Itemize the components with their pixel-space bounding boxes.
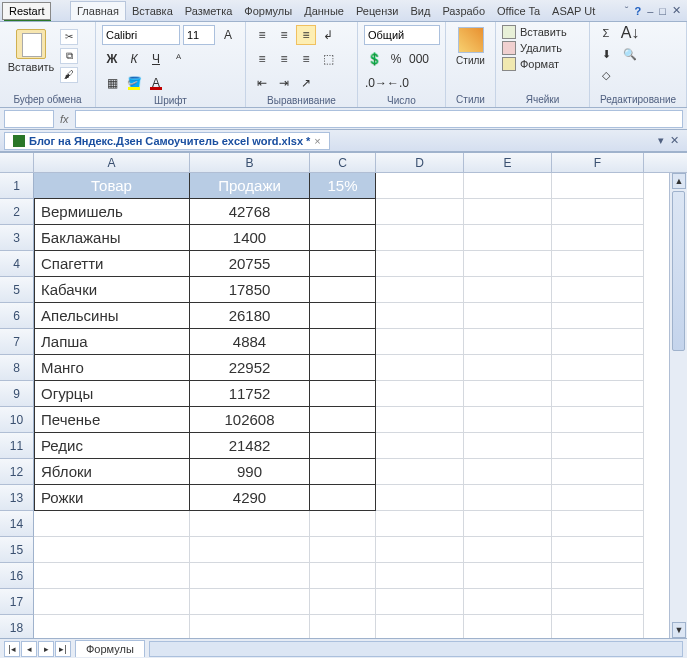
- font-color-button[interactable]: A: [146, 73, 166, 93]
- row-header[interactable]: 2: [0, 199, 34, 225]
- row-header[interactable]: 8: [0, 355, 34, 381]
- scroll-thumb[interactable]: [672, 191, 685, 351]
- fill-icon[interactable]: ⬇: [596, 46, 616, 64]
- cell[interactable]: [464, 173, 552, 199]
- scroll-up-arrow[interactable]: ▲: [672, 173, 686, 189]
- cell[interactable]: [310, 277, 376, 303]
- row-header[interactable]: 14: [0, 511, 34, 537]
- cell[interactable]: Огурцы: [34, 381, 190, 407]
- cell[interactable]: [464, 199, 552, 225]
- cell[interactable]: [376, 589, 464, 615]
- vertical-scrollbar[interactable]: ▲ ▼: [669, 173, 687, 638]
- cell[interactable]: [34, 563, 190, 589]
- cell[interactable]: 26180: [190, 303, 310, 329]
- column-header-b[interactable]: B: [190, 153, 310, 172]
- cell[interactable]: [190, 589, 310, 615]
- cell[interactable]: 22952: [190, 355, 310, 381]
- tab-insert[interactable]: Вставка: [126, 2, 179, 20]
- cell[interactable]: [552, 615, 644, 638]
- spreadsheet-grid[interactable]: ABCDEF 1ТоварПродажи15%2Вермишель427683Б…: [0, 152, 687, 638]
- cell[interactable]: Баклажаны: [34, 225, 190, 251]
- cell[interactable]: [552, 511, 644, 537]
- scroll-down-arrow[interactable]: ▼: [672, 622, 686, 638]
- document-tab[interactable]: Блог на Яндекс.Дзен Самоучитель excel wo…: [4, 132, 330, 150]
- window-close-icon[interactable]: ✕: [672, 4, 681, 17]
- column-header-c[interactable]: C: [310, 153, 376, 172]
- cell[interactable]: [376, 251, 464, 277]
- tab-home[interactable]: Главная: [70, 1, 126, 20]
- cell[interactable]: Продажи: [190, 173, 310, 199]
- cell[interactable]: [310, 355, 376, 381]
- cell[interactable]: [310, 225, 376, 251]
- cell[interactable]: [190, 537, 310, 563]
- styles-button[interactable]: Стили: [452, 25, 489, 92]
- cell[interactable]: [552, 563, 644, 589]
- cell[interactable]: [464, 537, 552, 563]
- number-format-select[interactable]: [364, 25, 440, 45]
- name-box[interactable]: [4, 110, 54, 128]
- cell[interactable]: [310, 511, 376, 537]
- cell[interactable]: [552, 303, 644, 329]
- border-button[interactable]: ▦: [102, 73, 122, 93]
- cell[interactable]: [310, 485, 376, 511]
- font-size-select[interactable]: [183, 25, 215, 45]
- cell[interactable]: [34, 615, 190, 638]
- cell[interactable]: [464, 225, 552, 251]
- cell[interactable]: [190, 615, 310, 638]
- row-header[interactable]: 10: [0, 407, 34, 433]
- cell[interactable]: [552, 381, 644, 407]
- align-right-icon[interactable]: ≡: [296, 49, 316, 69]
- cell[interactable]: [552, 589, 644, 615]
- cell[interactable]: [464, 563, 552, 589]
- fx-button[interactable]: fx: [60, 113, 69, 125]
- cell[interactable]: Рожки: [34, 485, 190, 511]
- row-header[interactable]: 11: [0, 433, 34, 459]
- tab-formulas[interactable]: Формулы: [238, 2, 298, 20]
- cell[interactable]: [376, 485, 464, 511]
- find-icon[interactable]: 🔍: [620, 46, 640, 64]
- tab-window-close-icon[interactable]: ✕: [670, 134, 679, 147]
- sheet-nav-first-icon[interactable]: |◂: [4, 641, 20, 657]
- row-header[interactable]: 7: [0, 329, 34, 355]
- cell[interactable]: [310, 329, 376, 355]
- row-header[interactable]: 4: [0, 251, 34, 277]
- insert-cells-button[interactable]: Вставить: [502, 25, 567, 39]
- cell[interactable]: 4884: [190, 329, 310, 355]
- row-header[interactable]: 3: [0, 225, 34, 251]
- tab-asap[interactable]: ASAP Ut: [546, 2, 601, 20]
- cell[interactable]: Печенье: [34, 407, 190, 433]
- cell[interactable]: [464, 459, 552, 485]
- cell[interactable]: [34, 537, 190, 563]
- cell[interactable]: 11752: [190, 381, 310, 407]
- increase-decimal-icon[interactable]: .0→: [364, 73, 384, 93]
- cell[interactable]: [464, 615, 552, 638]
- cell[interactable]: [310, 459, 376, 485]
- horizontal-scrollbar[interactable]: [149, 641, 683, 657]
- column-header-d[interactable]: D: [376, 153, 464, 172]
- cell[interactable]: [552, 433, 644, 459]
- cell[interactable]: [376, 615, 464, 638]
- cell[interactable]: [310, 407, 376, 433]
- copy-icon[interactable]: ⧉: [60, 48, 78, 64]
- clear-icon[interactable]: ◇: [596, 67, 616, 85]
- align-bottom-icon[interactable]: ≡: [296, 25, 316, 45]
- cell[interactable]: [310, 537, 376, 563]
- cell[interactable]: Манго: [34, 355, 190, 381]
- row-header[interactable]: 17: [0, 589, 34, 615]
- row-header[interactable]: 6: [0, 303, 34, 329]
- row-header[interactable]: 13: [0, 485, 34, 511]
- cell[interactable]: [552, 537, 644, 563]
- cell[interactable]: [376, 563, 464, 589]
- select-all-corner[interactable]: [0, 153, 34, 172]
- cell[interactable]: [190, 563, 310, 589]
- currency-icon[interactable]: 💲: [364, 49, 384, 69]
- sheet-nav-prev-icon[interactable]: ◂: [21, 641, 37, 657]
- cell[interactable]: [310, 563, 376, 589]
- cell[interactable]: [376, 407, 464, 433]
- merge-button[interactable]: ⬚: [318, 49, 338, 69]
- cell[interactable]: 1400: [190, 225, 310, 251]
- cell[interactable]: [464, 381, 552, 407]
- cell[interactable]: [376, 355, 464, 381]
- cell[interactable]: 102608: [190, 407, 310, 433]
- cell[interactable]: [376, 303, 464, 329]
